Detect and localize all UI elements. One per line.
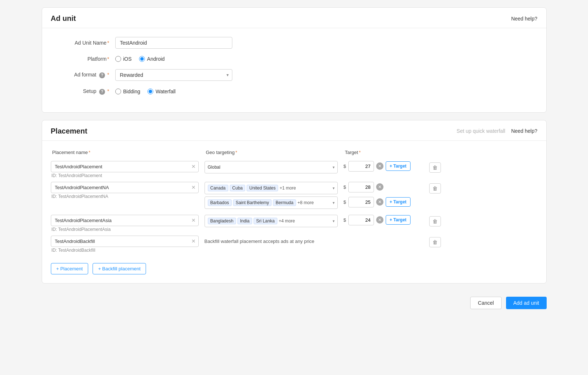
target-clear-btn-1[interactable]: ✕ — [376, 162, 383, 170]
add-target-btn-1[interactable]: + Target — [386, 161, 411, 171]
ad-unit-name-input[interactable] — [115, 37, 232, 49]
placement-row-1: ✕ ID: TestAndroidPlacement Global ▾ — [51, 161, 538, 181]
add-placement-button[interactable]: + Placement — [51, 263, 89, 274]
target-clear-btn-2b[interactable]: ✕ — [376, 198, 383, 206]
geo-tag-bermuda: Bermuda — [273, 199, 296, 206]
delete-btn-backfill[interactable]: 🗑 — [429, 237, 441, 247]
geo-cell-2: Canada Cuba United States +1 more ▾ — [205, 182, 344, 209]
placement-group-2: ✕ ID: TestAndroidPlacementAsia Banglades… — [51, 215, 538, 256]
delete-btn-1[interactable]: 🗑 — [429, 162, 441, 173]
target-row-1: $ ✕ + Target — [344, 161, 424, 172]
platform-ios-label[interactable]: iOS — [115, 56, 132, 62]
ad-unit-need-help[interactable]: Need help? — [511, 16, 538, 22]
placement-clear-btn-2[interactable]: ✕ — [191, 185, 196, 190]
geo-tag-canada: Canada — [208, 185, 228, 191]
placement-name-input-2[interactable] — [51, 182, 199, 193]
add-backfill-button[interactable]: + Backfill placement — [93, 263, 146, 274]
placement-header-right: Set up quick waterfall Need help? — [457, 128, 538, 134]
cancel-button[interactable]: Cancel — [470, 297, 502, 309]
geo-tag-box-1[interactable]: Global — [205, 161, 338, 173]
geo-subrow-2a: Canada Cuba United States +1 more ▾ — [205, 182, 338, 194]
setup-row: Setup ? * Bidding Waterfall — [57, 88, 532, 95]
ad-unit-card: Ad unit Need help? Ad Unit Name* Platfor… — [42, 7, 547, 113]
delete-cell-backfill: 🗑 — [424, 236, 446, 247]
setup-bidding-radio[interactable] — [115, 89, 121, 94]
geo-tag-box-2a[interactable]: Canada Cuba United States +1 more — [205, 182, 338, 194]
placement-clear-btn-3[interactable]: ✕ — [191, 218, 196, 223]
set-up-waterfall[interactable]: Set up quick waterfall — [457, 128, 505, 134]
placement-need-help[interactable]: Need help? — [511, 128, 538, 134]
target-input-2b[interactable] — [348, 197, 374, 207]
setup-help-icon[interactable]: ? — [99, 89, 105, 95]
target-input-1[interactable] — [348, 161, 374, 172]
platform-ios-radio[interactable] — [115, 56, 121, 62]
placement-input-wrapper-2: ✕ — [51, 182, 199, 193]
target-row-2b: $ ✕ + Target — [344, 197, 424, 207]
placement-name-input-1[interactable] — [51, 161, 199, 172]
target-cell-1: $ ✕ + Target — [344, 161, 424, 173]
geo-tag-box-3[interactable]: Bangladesh India Sri Lanka +4 more — [205, 215, 338, 227]
geo-select-wrapper-3: Bangladesh India Sri Lanka +4 more ▾ — [205, 215, 338, 227]
target-cell-3: $ ✕ + Target — [344, 215, 424, 227]
placement-row-2: ✕ ID: TestAndroidPlacementNA Canada Cuba — [51, 182, 538, 209]
platform-android-text: Android — [147, 56, 165, 62]
footer-actions: Cancel Add ad unit — [42, 291, 547, 311]
backfill-text: Backfill waterfall placement accepts ads… — [205, 236, 315, 247]
placement-name-input-3[interactable] — [51, 215, 199, 226]
setup-bidding-text: Bidding — [123, 89, 141, 94]
delete-btn-3[interactable]: 🗑 — [429, 216, 441, 226]
ad-format-row: Ad format ? * Rewarded Interstitial Bann… — [57, 69, 532, 81]
placement-clear-btn-1[interactable]: ✕ — [191, 164, 196, 169]
geo-select-wrapper-2a: Canada Cuba United States +1 more ▾ — [205, 182, 338, 194]
ad-format-select-wrapper: Rewarded Interstitial Banner Native ▾ — [115, 69, 232, 81]
target-input-3[interactable] — [348, 215, 374, 225]
platform-android-label[interactable]: Android — [139, 56, 165, 62]
setup-waterfall-radio[interactable] — [147, 89, 153, 94]
placement-id-backfill: ID: TestAndroidBackfill — [51, 247, 199, 256]
placement-clear-btn-backfill[interactable]: ✕ — [191, 239, 196, 244]
ad-unit-name-row: Ad Unit Name* — [57, 37, 532, 49]
target-row-3: $ ✕ + Target — [344, 215, 424, 225]
add-target-btn-3[interactable]: + Target — [386, 215, 411, 225]
backfill-text-cell: Backfill waterfall placement accepts ads… — [205, 236, 344, 247]
ad-format-help-icon[interactable]: ? — [99, 72, 105, 78]
target-dollar-3: $ — [344, 217, 346, 223]
geo-cell-1: Global ▾ — [205, 161, 344, 173]
geo-select-wrapper-1: Global ▾ — [205, 161, 338, 173]
setup-waterfall-label[interactable]: Waterfall — [147, 89, 176, 94]
placement-row-3: ✕ ID: TestAndroidPlacementAsia Banglades… — [51, 215, 538, 235]
required-star: * — [107, 40, 109, 46]
geo-more-3: +4 more — [279, 218, 295, 224]
placement-card: Placement Set up quick waterfall Need he… — [42, 120, 547, 284]
ad-format-select[interactable]: Rewarded Interstitial Banner Native — [115, 69, 232, 81]
geo-tag-cuba: Cuba — [230, 185, 246, 191]
geo-select-wrapper-2b: Barbados Saint Barthelemy Bermuda +8 mor… — [205, 196, 338, 209]
geo-tag-box-2b[interactable]: Barbados Saint Barthelemy Bermuda +8 mor… — [205, 196, 338, 209]
placement-name-cell-2: ✕ ID: TestAndroidPlacementNA — [51, 182, 205, 202]
page-wrapper: Ad unit Need help? Ad Unit Name* Platfor… — [42, 7, 547, 311]
placement-body: Placement name* Geo targeting* Target* — [42, 141, 546, 283]
target-clear-btn-2a[interactable]: ✕ — [376, 183, 383, 191]
target-input-2a[interactable] — [348, 182, 374, 192]
target-dollar-2b: $ — [344, 199, 346, 205]
setup-bidding-label[interactable]: Bidding — [115, 89, 141, 94]
delete-cell-1: 🗑 — [424, 161, 446, 173]
delete-cell-3: 🗑 — [424, 215, 446, 226]
geo-targeting-header: Geo targeting* — [205, 150, 344, 158]
add-ad-unit-button[interactable]: Add ad unit — [506, 297, 547, 309]
target-row-2a: $ ✕ — [344, 182, 424, 192]
platform-android-radio[interactable] — [139, 56, 145, 62]
placement-id-1: ID: TestAndroidPlacement — [51, 172, 199, 181]
column-headers: Placement name* Geo targeting* Target* — [51, 150, 538, 158]
geo-tag-india: India — [237, 218, 252, 224]
placement-name-input-backfill[interactable] — [51, 236, 199, 247]
target-clear-btn-3[interactable]: ✕ — [376, 216, 383, 224]
placement-title: Placement — [51, 127, 87, 135]
target-header: Target* — [344, 150, 424, 158]
placement-id-3: ID: TestAndroidPlacementAsia — [51, 226, 199, 235]
geo-more-2a: +1 more — [280, 185, 296, 191]
add-target-btn-2b[interactable]: + Target — [386, 197, 411, 207]
delete-btn-2[interactable]: 🗑 — [429, 183, 441, 194]
ad-unit-body: Ad Unit Name* Platform* iOS Android — [42, 28, 546, 112]
geo-more-2b: +8 more — [297, 200, 314, 205]
